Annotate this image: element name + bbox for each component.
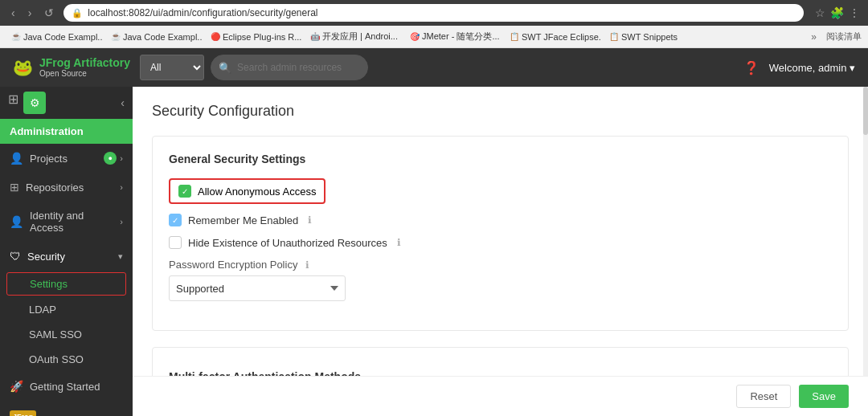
reset-button[interactable]: Reset xyxy=(736,385,791,408)
apps-grid-icon[interactable]: ⊞ xyxy=(8,92,18,114)
sidebar-item-repositories[interactable]: ⊞ Repositories › xyxy=(0,173,133,202)
saml-sso-sub-label: SAML SSO xyxy=(29,328,82,341)
bookmark-icon-7: 📋 xyxy=(609,32,619,41)
browser-actions: ☆ 🧩 ⋮ xyxy=(815,6,860,19)
collapse-sidebar-button[interactable]: ‹ xyxy=(121,96,125,109)
sidebar-sub-item-saml-sso[interactable]: SAML SSO xyxy=(0,322,133,347)
projects-icon: 👤 xyxy=(10,152,23,165)
logo-jfrog-text: JFrog Artifactory xyxy=(39,56,130,70)
logo-area: JFrog Artifactory Open Source xyxy=(39,56,130,80)
bookmark-icon-1: ☕ xyxy=(11,32,21,41)
repositories-arrow-icon: › xyxy=(120,182,123,192)
hide-unauthorized-checkbox[interactable] xyxy=(169,236,182,249)
bookmark-swt2[interactable]: 📋 SWT Snippets xyxy=(604,31,682,43)
url-bar[interactable]: 🔒 localhost:8082/ui/admin/configuration/… xyxy=(63,4,804,22)
remember-me-checkbox[interactable]: ✓ xyxy=(169,214,182,226)
general-settings-title: General Security Settings xyxy=(169,153,832,165)
projects-arrow-icon: › xyxy=(120,153,123,163)
allow-anonymous-label: Allow Anonymous Access xyxy=(198,186,316,198)
sidebar-sub-item-oauth-sso[interactable]: OAuth SSO xyxy=(0,347,133,372)
settings-sub-label: Settings xyxy=(30,278,68,290)
security-arrow-icon: ▾ xyxy=(118,251,123,262)
bookmark-android[interactable]: 🤖 开发应用 | Androi... xyxy=(305,29,402,44)
search-input[interactable] xyxy=(211,55,368,80)
bookmark-java-1[interactable]: ☕ Java Code Exampl... xyxy=(6,31,103,43)
remember-me-row: ✓ Remember Me Enabled ℹ xyxy=(169,214,832,226)
jfrog-logo-icon: 🐸 xyxy=(13,58,33,77)
header-right: ❓ Welcome, admin ▾ xyxy=(743,60,855,75)
remember-me-label: Remember Me Enabled xyxy=(188,214,298,226)
sidebar-item-identity-access[interactable]: 👤 Identity and Access › xyxy=(0,202,133,242)
oauth-sso-sub-label: OAuth SSO xyxy=(29,353,84,365)
hide-unauthorized-label: Hide Existence of Unauthorized Resources xyxy=(188,237,387,249)
repositories-icon: ⊞ xyxy=(10,181,19,194)
bookmark-swt1[interactable]: 📋 SWT JFace Eclipse... xyxy=(505,31,601,43)
allow-anonymous-checkbox[interactable]: ✓ xyxy=(178,185,191,198)
security-icon: 🛡 xyxy=(10,250,21,263)
getting-started-label: Getting Started xyxy=(30,381,100,393)
save-button[interactable]: Save xyxy=(799,385,849,408)
sidebar-item-security[interactable]: 🛡 Security ▾ xyxy=(0,242,133,271)
sidebar-getting-started[interactable]: 🚀 Getting Started xyxy=(0,372,133,401)
app-header: 🐸 JFrog Artifactory Open Source All 🔍 ❓ … xyxy=(0,48,868,87)
bookmarks-more-button[interactable]: » xyxy=(811,31,817,43)
identity-arrow-icon: › xyxy=(120,217,123,226)
search-wrap: 🔍 xyxy=(211,55,734,80)
projects-badge: ● xyxy=(104,152,117,165)
scrollbar-track xyxy=(863,87,868,416)
sidebar-sub-item-settings[interactable]: Settings xyxy=(6,272,126,296)
sidebar-footer: JFrog Open source license 7.35.2 rev 735… xyxy=(0,401,133,416)
lock-icon: 🔒 xyxy=(72,8,83,18)
password-policy-info-icon[interactable]: ℹ xyxy=(305,259,309,271)
bookmark-star-button[interactable]: ☆ xyxy=(815,6,825,19)
ldap-sub-label: LDAP xyxy=(29,304,56,316)
browser-chrome: ‹ › ↺ 🔒 localhost:8082/ui/admin/configur… xyxy=(0,0,868,26)
app-container: ⊞ ⚙ ‹ Administration 👤 Projects ● › ⊞ Re… xyxy=(0,87,868,416)
password-policy-select[interactable]: Supported Required Unsupported xyxy=(169,275,346,301)
sidebar-sub-item-ldap[interactable]: LDAP xyxy=(0,297,133,322)
scope-select[interactable]: All xyxy=(140,55,204,80)
sidebar: ⊞ ⚙ ‹ Administration 👤 Projects ● › ⊞ Re… xyxy=(0,87,133,416)
back-button[interactable]: ‹ xyxy=(8,5,18,21)
bookmark-icon-3: 🔴 xyxy=(211,32,220,41)
identity-label: Identity and Access xyxy=(30,210,113,234)
admin-label: Administration xyxy=(10,125,84,137)
bookmark-eclipse[interactable]: 🔴 Eclipse Plug-ins R... xyxy=(206,31,302,43)
security-label: Security xyxy=(27,251,65,263)
repositories-label: Repositories xyxy=(26,181,84,194)
hide-unauthorized-row: Hide Existence of Unauthorized Resources… xyxy=(169,236,832,249)
bookmark-java-2[interactable]: ☕ Java Code Exampl... xyxy=(106,31,203,43)
identity-icon: 👤 xyxy=(10,215,23,228)
sidebar-admin-bar: Administration xyxy=(0,119,133,144)
jfrog-small-logo: JFrog xyxy=(10,410,36,416)
scrollbar-thumb[interactable] xyxy=(863,87,868,135)
url-text: localhost:8082/ui/admin/configuration/se… xyxy=(88,7,317,18)
getting-started-icon: 🚀 xyxy=(10,380,23,393)
gear-icon[interactable]: ⚙ xyxy=(23,92,46,114)
page-title: Security Configuration xyxy=(152,103,849,120)
forward-button[interactable]: › xyxy=(25,5,35,21)
reading-list-label: 阅读清单 xyxy=(826,31,862,43)
bookmark-icon-4: 🤖 xyxy=(310,32,320,41)
search-icon: 🔍 xyxy=(219,62,231,74)
menu-button[interactable]: ⋮ xyxy=(849,6,860,19)
hide-unauthorized-info-icon[interactable]: ℹ xyxy=(397,237,401,248)
password-policy-group: Password Encryption Policy ℹ Supported R… xyxy=(169,259,832,301)
sidebar-item-projects[interactable]: 👤 Projects ● › xyxy=(0,144,133,173)
bookmark-icon-5: 🎯 xyxy=(410,32,420,41)
bookmark-jmeter[interactable]: 🎯 JMeter - 随笔分类... xyxy=(405,29,502,44)
bookmarks-bar: ☕ Java Code Exampl... ☕ Java Code Exampl… xyxy=(0,26,868,48)
projects-label: Projects xyxy=(30,153,68,165)
refresh-button[interactable]: ↺ xyxy=(41,5,57,21)
help-button[interactable]: ❓ xyxy=(743,60,760,75)
user-menu-button[interactable]: Welcome, admin ▾ xyxy=(769,62,855,74)
main-content: Security Configuration General Security … xyxy=(133,87,868,416)
bookmark-icon-2: ☕ xyxy=(111,32,121,41)
extensions-button[interactable]: 🧩 xyxy=(830,6,844,19)
remember-me-info-icon[interactable]: ℹ xyxy=(308,214,312,226)
footer-actions: Reset Save xyxy=(133,376,868,416)
general-settings-card: General Security Settings ✓ Allow Anonym… xyxy=(152,136,849,331)
password-policy-label: Password Encryption Policy ℹ xyxy=(169,259,832,271)
header-search-area: All 🔍 xyxy=(140,55,734,80)
logo-subtitle-text: Open Source xyxy=(39,69,130,79)
